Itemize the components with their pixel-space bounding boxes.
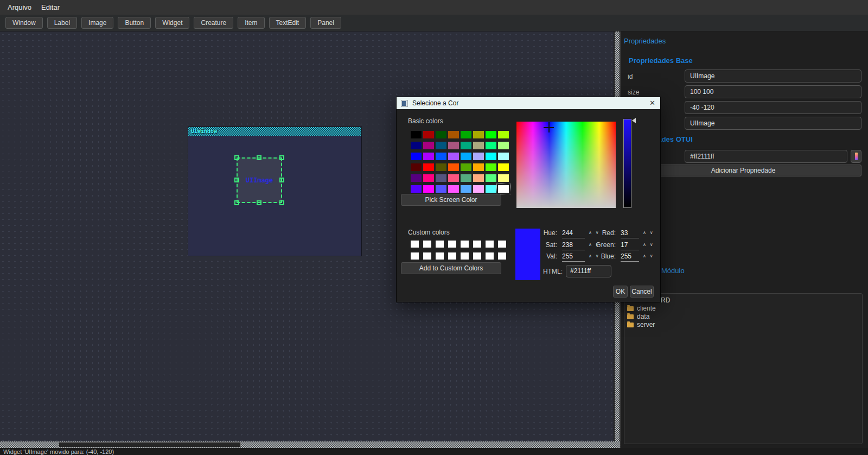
tree-root-item[interactable]: RD <box>661 296 670 304</box>
basic-color-swatch[interactable] <box>498 142 509 149</box>
blue-increment-icon[interactable]: ∧ <box>643 254 646 258</box>
uiimage-widget[interactable]: UIImage <box>237 157 282 203</box>
basic-color-swatch[interactable] <box>461 185 471 193</box>
uiwindow-widget[interactable]: UIWindow UIImage <box>188 127 362 256</box>
basic-color-swatch[interactable] <box>461 174 471 182</box>
blue-decrement-icon[interactable]: ∨ <box>650 254 653 258</box>
basic-color-swatch[interactable] <box>436 185 446 193</box>
resize-handle-se[interactable] <box>279 200 284 205</box>
red-value[interactable]: 33 <box>621 229 639 238</box>
value-slider-arrow[interactable] <box>632 118 636 123</box>
basic-color-swatch[interactable] <box>473 131 484 138</box>
basic-color-swatch[interactable] <box>436 174 446 182</box>
custom-color-swatch[interactable] <box>473 252 481 260</box>
toolbar-button-item[interactable]: Item <box>238 17 264 29</box>
basic-color-swatch[interactable] <box>448 163 459 171</box>
basic-color-swatch[interactable] <box>461 163 471 171</box>
basic-color-swatch[interactable] <box>423 131 434 138</box>
basic-color-swatch[interactable] <box>461 131 471 138</box>
basic-color-swatch[interactable] <box>473 153 484 160</box>
basic-color-swatch[interactable] <box>423 174 434 182</box>
basic-color-swatch[interactable] <box>498 131 509 138</box>
basic-color-swatch[interactable] <box>436 142 446 149</box>
color-cursor-cross[interactable] <box>544 122 554 132</box>
basic-color-swatch[interactable] <box>498 185 509 193</box>
custom-color-swatch[interactable] <box>461 241 469 248</box>
tree-item-server[interactable]: server <box>627 321 655 328</box>
toolbar-button-widget[interactable]: Widget <box>155 17 189 29</box>
prop-input-id[interactable]: UIImage <box>685 69 861 83</box>
close-icon[interactable]: ✕ <box>649 99 655 107</box>
basic-color-swatch[interactable] <box>498 153 509 160</box>
custom-color-swatch[interactable] <box>448 252 456 260</box>
resize-handle-s[interactable] <box>257 200 261 205</box>
resize-handle-ne[interactable] <box>279 155 284 160</box>
basic-color-swatch[interactable] <box>423 163 434 171</box>
toolbar-button-image[interactable]: Image <box>81 17 113 29</box>
basic-color-swatch[interactable] <box>486 174 496 182</box>
toolbar-button-window[interactable]: Window <box>5 17 43 29</box>
basic-color-swatch[interactable] <box>411 153 422 160</box>
color-value-input[interactable]: #ff2111ff <box>685 150 847 163</box>
resize-handle-n[interactable] <box>257 155 261 160</box>
resize-handle-sw[interactable] <box>234 200 239 205</box>
green-increment-icon[interactable]: ∧ <box>643 242 646 247</box>
prop-input-size[interactable]: 100 100 <box>685 85 861 98</box>
basic-color-swatch[interactable] <box>411 142 422 149</box>
resize-handle-nw[interactable] <box>234 155 239 160</box>
custom-color-swatch[interactable] <box>486 252 494 260</box>
custom-color-swatch[interactable] <box>473 241 481 248</box>
custom-color-swatch[interactable] <box>498 252 506 260</box>
basic-color-swatch[interactable] <box>473 163 484 171</box>
basic-color-swatch[interactable] <box>498 174 509 182</box>
basic-color-swatch[interactable] <box>486 142 496 149</box>
basic-color-swatch[interactable] <box>486 153 496 160</box>
toolbar-button-button[interactable]: Button <box>118 17 151 29</box>
uiwindow-titlebar[interactable]: UIWindow <box>188 127 361 136</box>
resize-handle-e[interactable] <box>279 178 284 182</box>
basic-color-swatch[interactable] <box>448 174 459 182</box>
custom-color-swatch[interactable] <box>423 241 431 248</box>
custom-color-swatch[interactable] <box>423 252 431 260</box>
pick-screen-color-button[interactable]: Pick Screen Color <box>401 194 501 206</box>
basic-color-swatch[interactable] <box>473 185 484 193</box>
basic-color-swatch[interactable] <box>448 153 459 160</box>
custom-color-swatch[interactable] <box>436 252 444 260</box>
red-decrement-icon[interactable]: ∨ <box>650 230 653 235</box>
toolbar-button-textedit[interactable]: TextEdit <box>269 17 307 29</box>
basic-color-swatch[interactable] <box>411 163 422 171</box>
basic-color-swatch[interactable] <box>498 163 509 171</box>
menu-item-arquivo[interactable]: Arquivo <box>8 3 31 11</box>
basic-color-swatch[interactable] <box>448 142 459 149</box>
basic-color-swatch[interactable] <box>473 174 484 182</box>
basic-color-swatch[interactable] <box>423 153 434 160</box>
custom-color-swatch[interactable] <box>411 241 419 248</box>
hue-saturation-square[interactable] <box>516 122 616 208</box>
green-decrement-icon[interactable]: ∨ <box>650 242 653 247</box>
basic-color-swatch[interactable] <box>486 185 496 193</box>
color-picker-button[interactable] <box>851 150 861 163</box>
resize-handle-w[interactable] <box>234 178 239 182</box>
custom-color-swatch[interactable] <box>436 241 444 248</box>
green-value[interactable]: 17 <box>621 241 639 250</box>
canvas-horizontal-scrollbar[interactable] <box>0 441 620 448</box>
toolbar-button-creature[interactable]: Creature <box>194 17 233 29</box>
basic-color-swatch[interactable] <box>436 163 446 171</box>
basic-color-swatch[interactable] <box>436 153 446 160</box>
basic-color-swatch[interactable] <box>473 142 484 149</box>
cancel-button[interactable]: Cancel <box>630 286 654 298</box>
red-increment-icon[interactable]: ∧ <box>643 230 646 235</box>
basic-color-swatch[interactable] <box>448 185 459 193</box>
basic-color-swatch[interactable] <box>423 142 434 149</box>
custom-color-swatch[interactable] <box>498 241 506 248</box>
horizontal-scrollbar-thumb[interactable] <box>59 442 241 447</box>
custom-color-swatch[interactable] <box>461 252 469 260</box>
val-value[interactable]: 255 <box>562 252 585 262</box>
dialog-titlebar[interactable]: Selecione a Cor ✕ <box>397 97 660 109</box>
blue-value[interactable]: 255 <box>621 252 639 262</box>
menu-item-editar[interactable]: Editar <box>41 3 60 11</box>
sat-value[interactable]: 238 <box>562 241 585 250</box>
value-slider[interactable] <box>623 119 631 208</box>
basic-color-swatch[interactable] <box>461 142 471 149</box>
html-color-input[interactable]: #2111ff <box>566 265 611 277</box>
